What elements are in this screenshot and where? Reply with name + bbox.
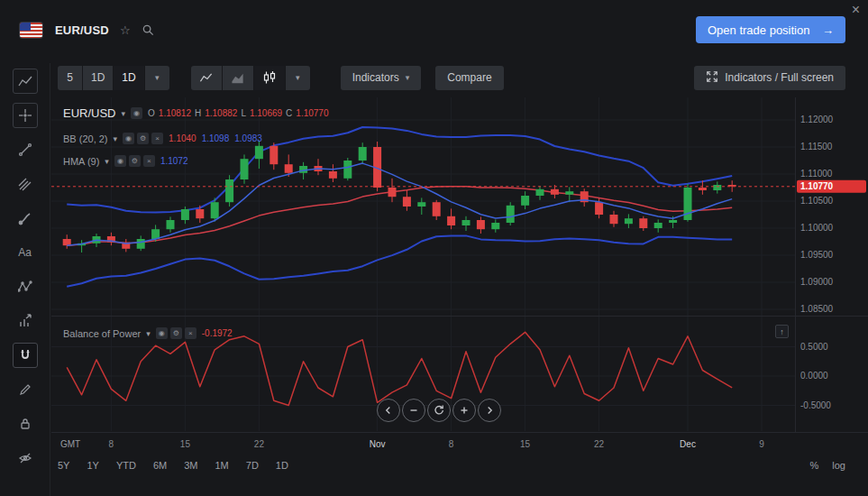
range-3m-button[interactable]: 3M [184, 460, 197, 471]
eye-icon[interactable]: ◉ [131, 107, 142, 119]
high-label: H [195, 108, 201, 118]
text-tool-icon[interactable]: Aa [13, 240, 38, 265]
range-7d-button[interactable]: 7D [246, 460, 259, 471]
percent-scale-button[interactable]: % [810, 460, 819, 471]
chevron-down-icon: ▾ [406, 73, 410, 82]
compare-label: Compare [447, 71, 491, 84]
crosshair-icon[interactable] [13, 103, 38, 128]
open-label: O [148, 108, 155, 118]
chevron-down-icon[interactable]: ▾ [105, 157, 109, 166]
high-value: 1.10882 [205, 108, 237, 118]
close-icon[interactable]: × [151, 133, 163, 144]
scroll-right-button[interactable] [478, 399, 501, 422]
svg-text:1.08500: 1.08500 [800, 304, 834, 314]
svg-text:1.10000: 1.10000 [800, 223, 834, 233]
magnet-icon[interactable] [13, 343, 38, 368]
open-value: 1.10812 [159, 108, 191, 118]
gear-icon[interactable]: ⚙ [129, 155, 141, 167]
search-icon[interactable] [142, 23, 155, 37]
timeframe-dropdown-icon[interactable]: ▾ [145, 66, 169, 90]
zoom-in-button[interactable] [452, 399, 476, 422]
indicators-label: Indicators [352, 71, 399, 84]
chart-navigation [377, 399, 501, 422]
eye-icon[interactable]: ◉ [114, 155, 126, 167]
low-label: L [241, 108, 246, 118]
timeframe-selected-button[interactable]: 1D [114, 66, 143, 90]
chevron-down-icon[interactable]: ▾ [146, 329, 151, 338]
gear-icon[interactable]: ⚙ [137, 133, 149, 144]
hide-drawings-icon[interactable] [13, 445, 38, 471]
chevron-down-icon[interactable]: ▾ [114, 134, 118, 143]
forecast-tool-icon[interactable] [13, 308, 38, 334]
timeframe-5-button[interactable]: 5 [58, 66, 82, 90]
area-chart-icon[interactable] [223, 66, 253, 90]
svg-text:22: 22 [594, 439, 605, 449]
chart-style-dropdown-icon[interactable]: ▾ [286, 66, 310, 90]
range-1y-button[interactable]: 1Y [87, 460, 98, 471]
brush-icon[interactable] [13, 206, 38, 231]
line-chart-icon[interactable] [191, 66, 222, 90]
close-icon[interactable]: × [852, 1, 860, 18]
pane-move-up-button[interactable]: ↑ [775, 325, 789, 338]
hma-label[interactable]: HMA (9) [63, 156, 99, 167]
chart-toolbar: 5 1D 1D ▾ ▾ [58, 65, 845, 90]
xabcd-pattern-icon[interactable] [13, 274, 38, 299]
close-icon[interactable]: × [185, 327, 196, 339]
eye-icon[interactable]: ◉ [156, 327, 168, 339]
range-5y-button[interactable]: 5Y [58, 460, 69, 471]
range-toolbar: 5Y 1Y YTD 6M 3M 1M 7D 1D [58, 454, 288, 477]
range-1d-button[interactable]: 1D [276, 460, 288, 471]
low-value: 1.10669 [250, 108, 282, 118]
instrument-flag-icon [20, 23, 42, 38]
close-icon[interactable]: × [143, 155, 155, 167]
last-price-line: 1.10770 [51, 180, 866, 193]
svg-text:0.5000: 0.5000 [800, 342, 828, 352]
timezone-label[interactable]: GMT [60, 439, 80, 449]
fullscreen-button[interactable]: Indicators / Full screen [694, 66, 845, 90]
trading-terminal: 1.107701.120001.115001.110001.105001.100… [0, 0, 868, 496]
scroll-left-button[interactable] [377, 399, 400, 422]
candlestick-chart-icon[interactable] [254, 66, 285, 90]
favorite-star-icon[interactable]: ☆ [120, 24, 131, 36]
log-scale-button[interactable]: log [832, 460, 845, 471]
reset-view-button[interactable] [427, 399, 451, 422]
range-ytd-button[interactable]: YTD [116, 460, 136, 471]
chevron-down-icon[interactable]: ▾ [122, 109, 126, 118]
svg-text:1.09000: 1.09000 [800, 277, 834, 287]
bb-label[interactable]: BB (20, 2) [63, 133, 108, 144]
open-trade-position-button[interactable]: Open trade position → [696, 16, 845, 43]
draw-pencil-icon[interactable] [13, 377, 38, 402]
bb-lower-value: 1.0983 [234, 133, 262, 143]
chart-style-tool-icon[interactable] [13, 69, 38, 94]
timeframe-1d-button[interactable]: 1D [83, 66, 113, 90]
bop-value: -0.1972 [202, 328, 233, 338]
bb-indicator-legend: BB (20, 2) ▾ ◉ ⚙ × 1.1040 1.1098 1.0983 [63, 133, 262, 144]
ohlc-readout: O 1.10812 H 1.10882 L 1.10669 C 1.10770 [148, 108, 328, 118]
eye-icon[interactable]: ◉ [123, 133, 134, 144]
zoom-out-button[interactable] [402, 399, 425, 422]
svg-text:Dec: Dec [680, 439, 696, 449]
bop-label[interactable]: Balance of Power [63, 328, 141, 339]
time-axis-labels: 81522Nov81522Dec9 [109, 439, 765, 449]
lock-icon[interactable] [13, 411, 38, 436]
svg-text:22: 22 [254, 439, 265, 449]
legend-symbol-name[interactable]: EUR/USD [63, 106, 116, 120]
svg-text:1.11500: 1.11500 [800, 142, 833, 152]
pitchfork-icon[interactable] [13, 171, 38, 197]
range-1m-button[interactable]: 1M [215, 460, 229, 471]
bb-mid-value: 1.1040 [169, 133, 196, 143]
svg-text:15: 15 [520, 439, 531, 449]
svg-text:1.12000: 1.12000 [800, 115, 834, 124]
indicators-button[interactable]: Indicators ▾ [341, 66, 422, 90]
pane-dividers [51, 97, 868, 433]
expand-icon [706, 70, 718, 86]
fullscreen-label: Indicators / Full screen [725, 71, 834, 84]
svg-text:-0.5000: -0.5000 [800, 400, 831, 410]
range-6m-button[interactable]: 6M [153, 460, 167, 471]
gear-icon[interactable]: ⚙ [170, 327, 182, 339]
compare-button[interactable]: Compare [435, 66, 503, 90]
svg-text:8: 8 [449, 439, 454, 449]
arrow-right-icon: → [822, 23, 834, 37]
trend-line-icon[interactable] [13, 137, 38, 162]
symbol-legend: EUR/USD ▾ ◉ O 1.10812 H 1.10882 L 1.1066… [63, 106, 328, 120]
